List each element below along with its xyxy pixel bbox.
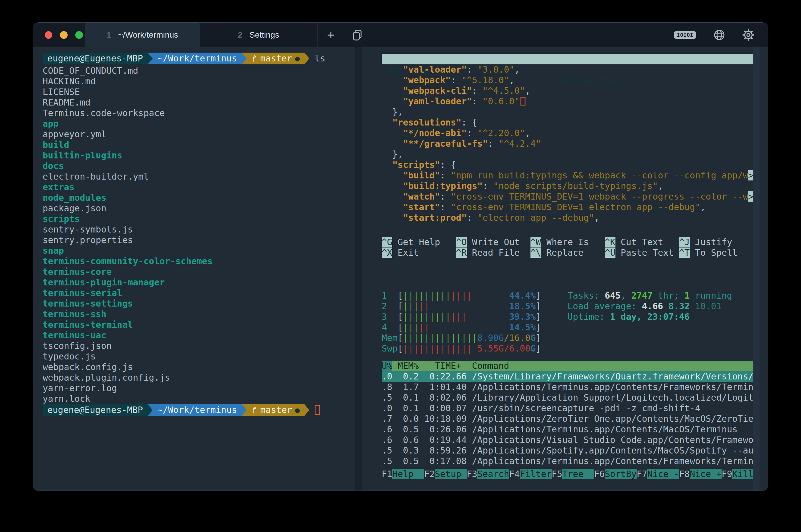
nano-shortcut[interactable]: ^K Cut Text — [605, 237, 679, 247]
sort-column-header[interactable]: U% — [382, 361, 392, 371]
shortcut-label: Where Is — [541, 237, 589, 247]
json-token — [382, 170, 403, 180]
fkey-label[interactable]: SortBy — [605, 469, 637, 479]
fkey-label[interactable]: Setup — [435, 469, 467, 479]
table-row[interactable]: .0 0.1 0:00.07 /usr/sbin/screencapture -… — [382, 403, 753, 414]
settings-gear-icon[interactable] — [742, 29, 755, 41]
table-row[interactable]: .6 0.6 0:19.44 /Applications/Visual Stud… — [382, 435, 753, 445]
nano-shortcut[interactable]: ^U Paste Text — [605, 247, 679, 258]
minimize-button[interactable] — [60, 31, 68, 39]
pane-divider[interactable] — [355, 47, 362, 491]
table-row[interactable]: .5 0.3 8:59.26 /Applications/Spotify.app… — [382, 445, 753, 456]
json-token — [382, 117, 392, 128]
json-token: "node scripts/build-typings.js" — [493, 181, 658, 191]
duplicate-tab-icon[interactable] — [344, 23, 371, 47]
tab-label: Settings — [249, 30, 279, 40]
nano-shortcut[interactable]: ^W Where Is — [530, 237, 605, 247]
htop-table-header[interactable]: U% MEM% TIME+ Command — [382, 361, 753, 371]
terminal-pane-right[interactable]: GNU nano 4.5 package.json "val-loader": … — [362, 47, 768, 491]
fkey-number: F5 — [552, 469, 562, 479]
powerline-arrow — [242, 53, 247, 64]
serial-port-icon[interactable]: IOIOI — [674, 31, 696, 39]
meter-label: 1 — [382, 290, 397, 301]
file-entry: build — [43, 139, 355, 150]
nano-shortcut[interactable]: ^R Read File — [456, 247, 530, 258]
table-row[interactable]: .0 0.2 0:22.66 /System/Library/Framework… — [382, 371, 753, 382]
htop-meter-row: Swp[|||||||||||||5.55G/6.00G] — [382, 343, 541, 354]
fkey-label[interactable]: Nice + — [690, 469, 722, 479]
shortcut-label: To Spell — [690, 247, 738, 258]
fkey-label[interactable]: Help — [392, 469, 424, 479]
nano-shortcut[interactable]: ^J Justify — [679, 237, 753, 247]
table-row[interactable]: .6 0.5 0:26.06 /Applications/Terminus.ap… — [382, 424, 753, 435]
json-key: "val-loader" — [403, 64, 467, 75]
table-row[interactable]: .5 0.1 8:02.06 /Library/Application Supp… — [382, 393, 753, 403]
nano-shortcut[interactable]: ^T To Spell — [679, 247, 753, 258]
htop-fkey-bar: F1Help F2Setup F3SearchF4FilterF5Tree F6… — [382, 469, 753, 479]
meter-bars: ||||| — [403, 301, 429, 311]
json-token: "cross-env TERMINUS_DEV=1 webpack --prog… — [451, 191, 748, 202]
nano-shortcut[interactable]: ^\ Replace — [530, 247, 605, 258]
meter-label: 2 — [382, 301, 397, 311]
shortcut-key: ^U — [605, 247, 615, 258]
htop-meter-row: 2 [|||||18.5%] — [382, 301, 541, 311]
meter-bar-segment: ||||||||| — [403, 311, 451, 322]
nano-line: "*/node-abi": "^2.20.0", — [382, 128, 753, 138]
meter-label: Mem — [382, 333, 397, 343]
fkey-label[interactable]: Search — [477, 469, 509, 479]
json-key: "**/graceful-fs" — [403, 138, 488, 149]
json-token: , — [594, 212, 599, 223]
terminal-pane-left[interactable]: eugene@Eugenes-MBP~/Work/terminusmaster●… — [33, 47, 355, 491]
gear-icon-svg — [742, 29, 755, 41]
nano-shortcut[interactable]: ^X Exit — [382, 247, 456, 258]
table-row[interactable]: .8 1.7 1:01.40 /Applications/Terminus.ap… — [382, 382, 753, 393]
fkey-number: F4 — [509, 469, 520, 479]
new-tab-button[interactable]: + — [318, 23, 344, 47]
typed-command: ls — [309, 53, 325, 64]
tab-settings[interactable]: 2 Settings — [200, 23, 318, 47]
prompt-path: ~/Work/terminus — [157, 404, 237, 416]
nano-shortcut[interactable]: ^O Write Out — [456, 237, 530, 247]
stat-part: 8.32 — [668, 301, 695, 311]
scrollbar[interactable] — [753, 47, 760, 491]
prompt-git-segment: master● — [247, 53, 304, 64]
stat-part: Tasks: — [567, 290, 604, 301]
table-row[interactable]: .7 0.0 10:18.09 /Applications/ZeroTier O… — [382, 414, 753, 424]
globe-icon[interactable] — [713, 29, 725, 41]
maximize-button[interactable] — [75, 31, 83, 39]
meter-body: |||||18.5% — [403, 301, 536, 311]
nano-shortcut[interactable]: ^G Get Help — [382, 237, 456, 247]
meter-bar-segment: ||||||||||||| — [403, 343, 472, 354]
fkey-label[interactable]: Kill — [732, 469, 753, 479]
globe-icon-svg — [713, 29, 725, 41]
fkey-label[interactable]: Filter — [520, 469, 552, 479]
nano-line: "start": "cross-env TERMINUS_DEV=1 elect… — [382, 202, 753, 212]
file-entry: app — [43, 118, 355, 129]
fkey-number: F6 — [594, 469, 605, 479]
meter-bar-segment: |||||||||||||| — [403, 333, 477, 343]
shortcut-key: ^X — [382, 247, 392, 258]
duplicate-icon — [352, 30, 362, 41]
fkey-label[interactable]: Tree — [562, 469, 594, 479]
powerline-arrow — [304, 404, 309, 416]
shell-prompt-bottom: eugene@Eugenes-MBP~/Work/terminusmaster● — [43, 404, 355, 417]
htop-meter-row: 1 [|||||||||||||44.4%] — [382, 290, 541, 301]
json-token: "^4.5.0" — [483, 86, 525, 96]
json-token: : — [472, 96, 483, 107]
json-token: : — [472, 86, 483, 96]
json-token: > — [748, 170, 753, 180]
file-entry: yarn.lock — [43, 394, 355, 404]
fkey-label[interactable]: Nice - — [647, 469, 679, 479]
nano-line: }, — [382, 149, 753, 159]
file-entry: yarn-error.log — [43, 383, 355, 394]
meter-bar-segment: || — [419, 322, 429, 332]
stat-part: thr; — [652, 290, 684, 301]
tab-work-terminus[interactable]: 1 ~/Work/terminus — [85, 23, 200, 47]
git-status-dot: ● — [295, 404, 300, 416]
close-button[interactable] — [45, 31, 52, 39]
meter-value-part: G — [530, 343, 536, 354]
json-token: : — [467, 212, 477, 223]
meter-value-part: 8.90G — [477, 333, 504, 343]
meter-bars: |||||||||||| — [403, 311, 467, 322]
table-row[interactable]: .5 0.5 0:17.08 /Applications/Terminus.ap… — [382, 456, 753, 467]
